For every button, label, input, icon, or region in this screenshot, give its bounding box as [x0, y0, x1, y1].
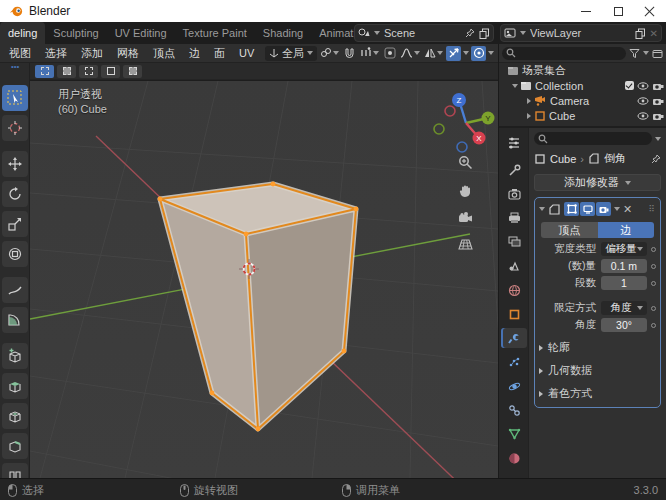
pin-icon[interactable] — [465, 28, 475, 38]
new-scene-copy-icon[interactable] — [479, 28, 490, 39]
show-gizmo-toggle[interactable] — [446, 46, 461, 61]
select-mode-extend-button[interactable] — [57, 65, 76, 78]
menu-uv[interactable]: UV — [232, 47, 261, 59]
filter-icon[interactable] — [629, 48, 640, 59]
menu-select[interactable]: 选择 — [38, 46, 74, 61]
limit-method-dropdown[interactable]: 角度 — [601, 301, 647, 315]
section-profile[interactable]: 轮廓 — [539, 340, 656, 355]
move-tool[interactable] — [2, 151, 28, 177]
outliner-row-collection[interactable]: Collection — [499, 78, 666, 93]
new-collection-icon[interactable] — [652, 48, 663, 59]
expand-icon[interactable] — [512, 84, 518, 88]
tab-scene[interactable] — [501, 256, 527, 276]
affect-vertices-button[interactable]: 顶点 — [541, 222, 598, 238]
add-modifier-button[interactable]: 添加修改器 — [534, 174, 661, 191]
breadcrumb-modifier[interactable]: 倒角 — [604, 151, 626, 166]
editor-type-button[interactable] — [501, 132, 527, 152]
tab-render[interactable] — [501, 184, 527, 204]
hide-eye-icon[interactable] — [637, 96, 649, 106]
toggle-perspective-button[interactable] — [454, 233, 476, 255]
close-button[interactable] — [634, 0, 666, 22]
workspace-tab-texture-paint[interactable]: Texture Paint — [175, 22, 255, 44]
outliner-row-camera[interactable]: Camera — [499, 93, 666, 108]
scene-dropdown-icon[interactable] — [374, 31, 380, 35]
maximize-button[interactable] — [602, 0, 634, 22]
scene-selector[interactable]: Scene — [354, 24, 494, 42]
expand-icon[interactable] — [527, 113, 531, 119]
mesh-mirror-dropdown[interactable] — [423, 46, 444, 61]
axis-neg-x-handle[interactable] — [445, 106, 455, 116]
select-mode-subtract-button[interactable] — [79, 65, 98, 78]
select-mode-invert-button[interactable] — [101, 65, 120, 78]
tab-object[interactable] — [501, 304, 527, 324]
transform-orientation-dropdown[interactable]: 全局 — [265, 46, 317, 61]
animate-dot-icon[interactable] — [651, 323, 656, 328]
select-mode-intersect-button[interactable] — [123, 65, 142, 78]
tab-material[interactable] — [501, 448, 527, 468]
tab-tool[interactable] — [501, 160, 527, 180]
tab-particles[interactable] — [501, 352, 527, 372]
tab-constraints[interactable] — [501, 400, 527, 420]
outliner-row-cube[interactable]: Cube — [499, 108, 666, 123]
affect-edges-button[interactable]: 边 — [598, 222, 655, 238]
width-type-dropdown[interactable]: 偏移量 — [601, 242, 647, 256]
pan-button[interactable] — [454, 180, 476, 202]
hide-eye-icon[interactable] — [637, 111, 649, 121]
tab-output[interactable] — [501, 208, 527, 228]
section-shading[interactable]: 着色方式 — [539, 386, 656, 401]
cursor-tool[interactable] — [2, 115, 28, 141]
axis-neg-y-handle[interactable] — [434, 124, 444, 134]
camera-view-button[interactable] — [454, 207, 476, 229]
breadcrumb-object[interactable]: Cube — [550, 153, 576, 165]
expand-icon[interactable] — [527, 98, 531, 104]
transform-tool[interactable] — [2, 241, 28, 267]
workspace-tab-sculpting[interactable]: Sculpting — [45, 22, 106, 44]
menu-mesh[interactable]: 网格 — [110, 46, 146, 61]
disable-render-camera-icon[interactable] — [652, 111, 664, 121]
snap-settings-dropdown[interactable] — [359, 46, 380, 61]
viewlayer-dropdown-icon[interactable] — [520, 31, 526, 35]
animate-dot-icon[interactable] — [651, 281, 656, 286]
tweak-select-tool[interactable] — [2, 85, 28, 111]
tab-view-layer[interactable] — [501, 232, 527, 252]
render-display-toggle[interactable] — [596, 202, 611, 216]
falloff-dropdown[interactable] — [399, 46, 421, 61]
pin-icon[interactable] — [651, 154, 661, 164]
filter-chevron-icon[interactable] — [643, 51, 649, 55]
properties-options-chevron-icon[interactable] — [655, 137, 661, 141]
3d-viewport[interactable]: Z Y X 用户透视 (60) Cube — [30, 81, 498, 478]
menu-add[interactable]: 添加 — [74, 46, 110, 61]
workspace-tab-shading[interactable]: Shading — [255, 22, 311, 44]
pivot-point-dropdown[interactable] — [319, 46, 340, 61]
animate-dot-icon[interactable] — [651, 306, 656, 311]
rotate-tool[interactable] — [2, 181, 28, 207]
modifier-extras-chevron-icon[interactable] — [614, 207, 620, 211]
menu-vertex[interactable]: 顶点 — [146, 46, 182, 61]
extrude-tool[interactable] — [2, 373, 28, 399]
menu-view[interactable]: 视图 — [2, 46, 38, 61]
minimize-button[interactable] — [570, 0, 602, 22]
disable-render-camera-icon[interactable] — [652, 81, 664, 91]
tab-physics[interactable] — [501, 376, 527, 396]
zoom-button[interactable] — [454, 151, 476, 173]
amount-field[interactable]: 0.1 m — [601, 259, 647, 273]
new-viewlayer-copy-icon[interactable] — [635, 28, 646, 39]
menu-edge[interactable]: 边 — [182, 46, 207, 61]
menu-face[interactable]: 面 — [207, 46, 232, 61]
workspace-tab-uv-editing[interactable]: UV Editing — [107, 22, 175, 44]
snap-toggle[interactable] — [342, 46, 357, 61]
toolbar-drag-handle[interactable]: ••• — [11, 65, 19, 69]
select-mode-set-button[interactable] — [35, 65, 54, 78]
section-geometry[interactable]: 几何数据 — [539, 363, 656, 378]
annotate-tool[interactable] — [2, 277, 28, 303]
animate-dot-icon[interactable] — [651, 247, 656, 252]
tab-world[interactable] — [501, 280, 527, 300]
proportional-editing-toggle[interactable] — [382, 46, 397, 61]
show-overlays-toggle[interactable] — [471, 46, 486, 61]
disable-render-camera-icon[interactable] — [652, 96, 664, 106]
outliner-row-scene-collection[interactable]: 场景集合 — [499, 63, 666, 78]
properties-search-input[interactable] — [534, 132, 652, 145]
segments-field[interactable]: 1 — [601, 276, 647, 290]
collapse-panel-icon[interactable] — [539, 207, 545, 211]
bevel-tool[interactable] — [2, 433, 28, 459]
